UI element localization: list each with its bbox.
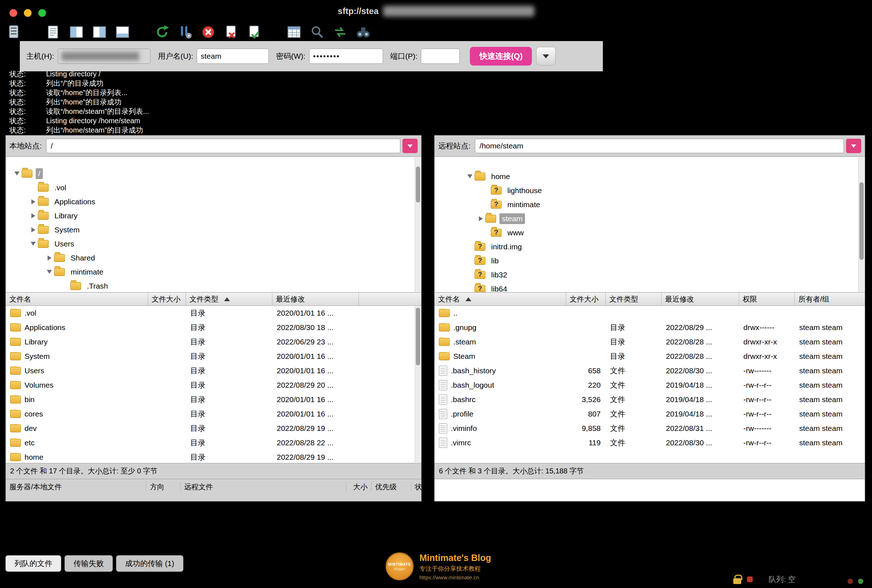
queue-column-server[interactable]: 服务器/本地文件 (6, 482, 146, 492)
port-input[interactable] (421, 49, 460, 64)
toggle-queue-button[interactable] (114, 23, 131, 41)
tree-item-system[interactable]: System (6, 223, 421, 237)
file-row[interactable]: .viminfo 9,858 文件 2022/08/31 ... -rw----… (435, 421, 865, 436)
close-button[interactable] (9, 9, 17, 17)
file-row[interactable]: Volumes 目录 2022/08/29 20 ... (6, 378, 421, 392)
remote-site-input[interactable]: /home/steam (475, 139, 844, 153)
local-site-dropdown-button[interactable] (402, 139, 418, 153)
queue-column-remote[interactable]: 远程文件 (180, 482, 346, 492)
file-row[interactable]: etc 目录 2022/08/28 22 ... (6, 436, 421, 450)
file-search-button[interactable] (308, 23, 326, 41)
tree-item-lib32[interactable]: lib32 (435, 268, 865, 282)
file-row[interactable]: dev 目录 2022/08/29 19 ... (6, 421, 421, 436)
password-input[interactable]: •••••••• (309, 49, 383, 64)
find-files-button[interactable] (354, 23, 372, 41)
disconnect-button[interactable] (223, 23, 240, 41)
scrollbar-thumb[interactable] (859, 182, 864, 260)
toggle-local-tree-button[interactable] (68, 23, 85, 41)
synchronized-browsing-button[interactable] (332, 23, 349, 41)
collapse-icon[interactable] (29, 242, 38, 246)
host-input[interactable] (58, 49, 151, 64)
scrollbar-thumb[interactable] (416, 308, 420, 365)
file-row[interactable]: System 目录 2020/01/01 16 ... (6, 349, 421, 363)
reconnect-button[interactable] (246, 23, 263, 41)
tree-item-steam[interactable]: steam (435, 212, 865, 225)
tab-failed-transfers[interactable]: 传输失败 (65, 555, 113, 572)
queue-column-priority[interactable]: 优先级 (372, 482, 411, 492)
tree-item-shared[interactable]: Shared (6, 251, 421, 265)
cancel-button[interactable] (200, 23, 217, 41)
column-header-size[interactable]: 文件大小 (566, 292, 606, 306)
scrollbar-thumb[interactable] (416, 166, 420, 202)
refresh-button[interactable] (153, 23, 171, 41)
username-input[interactable]: steam (197, 49, 269, 64)
tree-item-users[interactable]: Users (6, 237, 421, 251)
file-row[interactable]: .profile 807 文件 2019/04/18 ... -rw-r--r-… (435, 407, 865, 421)
queue-column-direction[interactable]: 方向 (146, 482, 180, 492)
expand-icon[interactable] (29, 213, 38, 218)
remote-site-dropdown-button[interactable] (846, 139, 861, 153)
tree-item-initrd[interactable]: initrd.img (435, 240, 865, 254)
process-queue-button[interactable] (177, 23, 194, 41)
tree-item-lighthouse[interactable]: lighthouse (435, 183, 865, 198)
file-row[interactable]: home 目录 2022/08/29 19 ... (6, 450, 421, 463)
file-row[interactable]: bin 目录 2020/01/01 16 ... (6, 392, 421, 407)
expand-icon[interactable] (29, 199, 38, 204)
expand-icon[interactable] (476, 216, 485, 221)
file-row[interactable]: Applications 目录 2022/08/30 18 ... (6, 320, 421, 335)
file-row[interactable]: .vol 目录 2020/01/01 16 ... (6, 306, 421, 320)
quickconnect-button[interactable]: 快速连接(Q) (470, 47, 532, 66)
expand-icon[interactable] (45, 255, 54, 261)
tab-successful-transfers[interactable]: 成功的传输 (1) (116, 555, 183, 572)
column-header-name[interactable]: 文件名 (6, 292, 148, 306)
file-row[interactable]: Steam 目录 2022/08/28 ... drwxr-xr-x steam… (435, 349, 865, 363)
tree-item-lib[interactable]: lib (435, 254, 865, 268)
file-row[interactable]: .bashrc 3,526 文件 2019/04/18 ... -rw-r--r… (435, 392, 865, 407)
zoom-button[interactable] (38, 9, 46, 17)
file-row[interactable]: Library 目录 2022/06/29 23 ... (6, 335, 421, 349)
expand-icon[interactable] (29, 227, 38, 232)
column-header-modified[interactable]: 最近修改 (272, 292, 359, 306)
vertical-scrollbar[interactable] (858, 157, 864, 292)
tree-item-library[interactable]: Library (6, 208, 421, 223)
site-manager-button[interactable] (5, 23, 23, 41)
file-row[interactable]: .bash_logout 220 文件 2019/04/18 ... -rw-r… (435, 378, 865, 392)
tree-item-applications[interactable]: Applications (6, 195, 421, 208)
vertical-scrollbar[interactable] (415, 306, 421, 463)
collapse-icon[interactable] (45, 270, 54, 274)
column-header-owner[interactable]: 所有者/组 (795, 292, 865, 306)
tree-item-vol[interactable]: .vol (6, 180, 421, 195)
column-header-size[interactable]: 文件大小 (148, 292, 186, 306)
collapse-icon[interactable] (465, 174, 474, 178)
minimize-button[interactable] (24, 9, 32, 17)
file-row[interactable]: cores 目录 2020/01/01 16 ... (6, 407, 421, 421)
column-header-perms[interactable]: 权限 (739, 292, 795, 306)
tree-item-www[interactable]: www (435, 225, 865, 240)
tree-item-mintimate-remote[interactable]: mintimate (435, 198, 865, 212)
queue-column-size[interactable]: 大小 (346, 482, 372, 492)
file-row[interactable]: Users 目录 2020/01/01 16 ... (6, 363, 421, 378)
tree-item-home[interactable]: home (435, 170, 865, 183)
file-row-up[interactable]: .. (435, 306, 865, 320)
directory-compare-button[interactable] (285, 23, 303, 41)
tree-item-trash[interactable]: .Trash (6, 279, 421, 292)
local-site-input[interactable]: / (46, 139, 400, 153)
column-header-type[interactable]: 文件类型 (606, 292, 662, 306)
column-header-modified[interactable]: 最近修改 (662, 292, 739, 306)
collapse-icon[interactable] (12, 171, 22, 176)
column-header-type[interactable]: 文件类型 (186, 292, 272, 306)
tree-item-mintimate[interactable]: mintimate (6, 265, 421, 279)
tree-item-lib64[interactable]: lib64 (435, 282, 865, 292)
toggle-remote-tree-button[interactable] (91, 23, 108, 41)
file-row[interactable]: .bash_history 658 文件 2022/08/30 ... -rw-… (435, 363, 865, 378)
toggle-log-button[interactable] (45, 23, 62, 41)
file-row[interactable]: .gnupg 目录 2022/08/29 ... drwx------ stea… (435, 320, 865, 335)
tab-queued-files[interactable]: 列队的文件 (5, 555, 61, 572)
queue-column-status[interactable]: 状态 (411, 482, 421, 492)
file-row[interactable]: .vimrc 119 文件 2022/08/30 ... -rw-r--r-- … (435, 436, 865, 450)
vertical-scrollbar[interactable] (415, 157, 421, 292)
quickconnect-dropdown-button[interactable] (536, 47, 555, 66)
tree-item-root[interactable]: / (6, 166, 421, 180)
column-header-name[interactable]: 文件名 (435, 292, 566, 306)
file-row[interactable]: .steam 目录 2022/08/28 ... drwxr-xr-x stea… (435, 335, 865, 349)
